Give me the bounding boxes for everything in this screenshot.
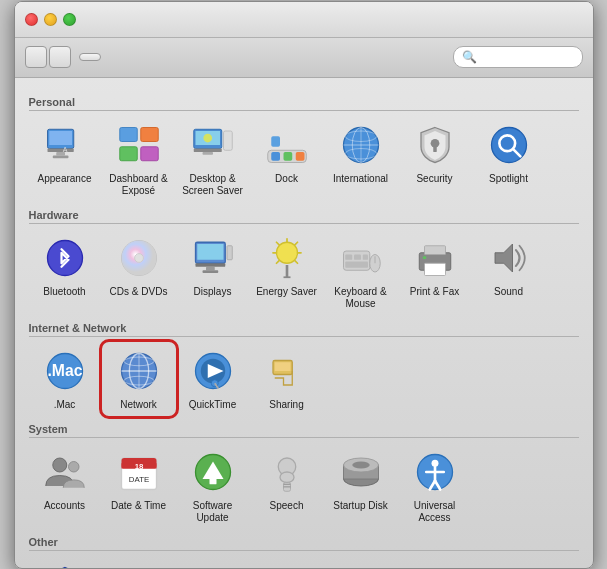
back-button[interactable] [25, 46, 47, 68]
icon-label-security: Security [416, 173, 452, 185]
search-box[interactable]: 🔍 [453, 46, 583, 68]
svg-rect-55 [422, 256, 426, 259]
icon-item-keyboard-mouse[interactable]: Keyboard & Mouse [325, 230, 397, 314]
toolbar: 🔍 [15, 38, 593, 78]
icon-item-quicktime[interactable]: QuickTime [177, 343, 249, 415]
desktop-icon [189, 121, 237, 169]
mac-icon: .Mac [41, 347, 89, 395]
icon-label-network: Network [120, 399, 157, 411]
svg-text:A: A [62, 146, 67, 153]
svg-rect-47 [354, 254, 361, 259]
icon-label-date-time: Date & Time [111, 500, 166, 512]
search-input[interactable] [481, 50, 574, 64]
icon-label-appearance: Appearance [38, 173, 92, 185]
titlebar [15, 2, 593, 38]
svg-rect-4 [52, 155, 68, 158]
icon-item-dashboard[interactable]: Dashboard & Exposé [103, 117, 175, 201]
svg-rect-2 [47, 148, 73, 152]
icon-item-universal-access[interactable]: Universal Access [399, 444, 471, 528]
sound-icon [485, 234, 533, 282]
search-icon: 🔍 [462, 50, 477, 64]
icon-label-desktop: Desktop & Screen Saver [179, 173, 247, 197]
icon-item-startup-disk[interactable]: Startup Disk [325, 444, 397, 528]
svg-rect-19 [295, 152, 304, 161]
icon-label-speech: Speech [270, 500, 304, 512]
traffic-lights [25, 13, 76, 26]
displays-icon [189, 234, 237, 282]
icon-item-energy-saver[interactable]: Energy Saver [251, 230, 323, 314]
icon-item-appearance[interactable]: AAppearance [29, 117, 101, 201]
speech-icon [263, 448, 311, 496]
icon-label-spotlight: Spotlight [489, 173, 528, 185]
svg-rect-48 [362, 254, 367, 259]
icon-label-cds-dvds: CDs & DVDs [110, 286, 168, 298]
date-time-icon: 18DATE [115, 448, 163, 496]
forward-button[interactable] [49, 46, 71, 68]
icon-item-international[interactable]: International [325, 117, 397, 201]
svg-marker-56 [495, 244, 513, 272]
icon-item-security[interactable]: Security [399, 117, 471, 201]
dashboard-icon [115, 121, 163, 169]
content-area: Personal AAppearanceDashboard & ExposéDe… [15, 78, 593, 568]
icon-label-keyboard-mouse: Keyboard & Mouse [327, 286, 395, 310]
show-all-button[interactable] [79, 53, 101, 61]
icon-item-dock[interactable]: Dock [251, 117, 323, 201]
energy-saver-icon [263, 234, 311, 282]
svg-rect-49 [345, 261, 368, 267]
icon-item-sound[interactable]: Sound [473, 230, 545, 314]
nav-buttons [25, 46, 71, 68]
icon-item-sophos[interactable]: SSophos Anti-Virus [29, 557, 101, 568]
software-update-icon [189, 448, 237, 496]
icon-item-spotlight[interactable]: Spotlight [473, 117, 545, 201]
section-header-system: System [29, 423, 579, 438]
icon-label-dashboard: Dashboard & Exposé [105, 173, 173, 197]
accounts-icon [41, 448, 89, 496]
minimize-button[interactable] [44, 13, 57, 26]
icon-label-bluetooth: Bluetooth [43, 286, 85, 298]
spotlight-icon [485, 121, 533, 169]
svg-rect-1 [49, 131, 72, 145]
icon-item-displays[interactable]: Displays [177, 230, 249, 314]
icon-item-network[interactable]: Network [103, 343, 175, 415]
sophos-icon: S [41, 561, 89, 568]
icon-item-sharing[interactable]: Sharing [251, 343, 323, 415]
icon-item-mac[interactable]: .Mac.Mac [29, 343, 101, 415]
section-header-internet-network: Internet & Network [29, 322, 579, 337]
svg-rect-13 [193, 148, 221, 152]
icon-label-sound: Sound [494, 286, 523, 298]
icon-item-cds-dvds[interactable]: CDs & DVDs [103, 230, 175, 314]
icon-label-international: International [333, 173, 388, 185]
icon-item-bluetooth[interactable]: Bluetooth [29, 230, 101, 314]
icon-label-dock: Dock [275, 173, 298, 185]
svg-point-83 [280, 472, 294, 483]
section-header-personal: Personal [29, 96, 579, 111]
section-header-other: Other [29, 536, 579, 551]
section-grid-personal: AAppearanceDashboard & ExposéDesktop & S… [29, 117, 579, 201]
svg-point-90 [352, 461, 370, 468]
svg-rect-54 [424, 263, 445, 275]
appearance-icon: A [41, 121, 89, 169]
icon-item-speech[interactable]: Speech [251, 444, 323, 528]
icon-item-print-fax[interactable]: Print & Fax [399, 230, 471, 314]
icon-label-universal-access: Universal Access [401, 500, 469, 524]
print-fax-icon [411, 234, 459, 282]
security-icon [411, 121, 459, 169]
svg-rect-71 [274, 362, 290, 371]
icon-item-desktop[interactable]: Desktop & Screen Saver [177, 117, 249, 201]
icon-item-software-update[interactable]: Software Update [177, 444, 249, 528]
svg-rect-7 [140, 127, 158, 141]
svg-rect-17 [271, 152, 280, 161]
icon-item-date-time[interactable]: 18DATEDate & Time [103, 444, 175, 528]
close-button[interactable] [25, 13, 38, 26]
universal-access-icon [411, 448, 459, 496]
svg-point-72 [52, 458, 66, 472]
maximize-button[interactable] [63, 13, 76, 26]
icon-item-accounts[interactable]: Accounts [29, 444, 101, 528]
svg-point-73 [68, 461, 79, 472]
svg-rect-6 [119, 127, 137, 141]
svg-text:18: 18 [134, 462, 143, 471]
icon-label-accounts: Accounts [44, 500, 85, 512]
icon-label-print-fax: Print & Fax [410, 286, 459, 298]
svg-rect-14 [202, 152, 213, 155]
dock-icon [263, 121, 311, 169]
